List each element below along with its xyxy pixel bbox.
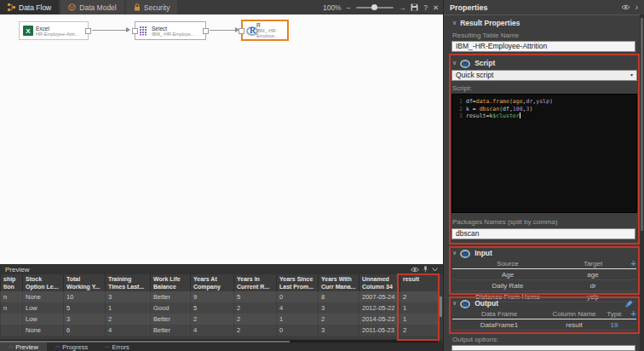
table-row[interactable]: nNone103Better95082007-05-242: [0, 291, 438, 302]
line-number: 3: [452, 112, 463, 120]
packages-input[interactable]: dbscan: [451, 228, 635, 239]
select-grid-icon: [139, 26, 149, 36]
add-output-button[interactable]: +: [631, 309, 636, 318]
properties-panel: Properties › ∨ Result Properties Resulti…: [443, 0, 644, 351]
table-cell: 9: [190, 291, 233, 302]
chevron-down-icon: ∨: [452, 250, 457, 256]
fit-view-button[interactable]: →: [399, 3, 406, 12]
close-button[interactable]: ✕: [433, 3, 439, 12]
tab-security[interactable]: Security: [126, 0, 178, 14]
column-header[interactable]: Years InCurrent R...: [233, 274, 276, 291]
connector-arrow-icon: [126, 27, 130, 32]
chevron-down-icon: ∨: [452, 60, 457, 66]
section-output[interactable]: ∨ R Output: [452, 299, 633, 308]
output-mapping-table: Data FrameColumn NameType+DataFrame1resu…: [452, 308, 636, 331]
script-mode-value: Quick script: [456, 71, 493, 80]
table-cell: n: [0, 302, 22, 314]
footer-tab-progress[interactable]: ◠ Progress: [47, 342, 96, 351]
collapse-panel-icon[interactable]: ›: [635, 3, 638, 12]
footer-tab-errors[interactable]: ◠ Errors: [96, 342, 138, 351]
tab-data-model[interactable]: Data Model: [60, 0, 124, 14]
table-row[interactable]: nLow51Good52432012-05-221: [0, 302, 438, 314]
properties-scrollbar-thumb[interactable]: [641, 18, 643, 231]
node-select[interactable]: Select IBM_-HR-Employe...: [135, 21, 206, 40]
input-mapping-row[interactable]: Ageage: [452, 269, 636, 280]
lock-icon: [134, 3, 141, 11]
r-logo-icon: R: [460, 249, 471, 257]
partial-table-row: [0, 336, 438, 339]
chevron-down-icon[interactable]: [432, 268, 438, 272]
zoom-slider-thumb[interactable]: [371, 4, 377, 10]
table-cell: 2: [105, 314, 150, 325]
script-code-editor[interactable]: 1df=data.frame(age,dr,yslp)2k = dbscan(d…: [451, 94, 637, 213]
section-title: Output: [474, 299, 498, 308]
footer-tab-preview[interactable]: ◠ Preview: [0, 342, 47, 351]
column-header[interactable]: Work LifeBalance: [150, 274, 190, 291]
table-cell: Low: [22, 314, 63, 325]
tab-arc-icon: ◠: [55, 344, 60, 350]
node-excel[interactable]: X Excel HR-Employee-Attri...: [19, 21, 89, 40]
section-result-properties[interactable]: ∨ Result Properties: [452, 19, 520, 27]
script-mode-select[interactable]: Quick script ▾: [451, 70, 637, 81]
save-icon[interactable]: [411, 3, 418, 11]
output-table-header: Data FrameColumn NameType+: [452, 308, 636, 319]
column-header[interactable]: UnnamedColumn 34: [359, 274, 400, 291]
preview-table[interactable]: shiptionStockOption Le...TotalWorking Y.…: [0, 274, 438, 339]
column-header[interactable]: Years AtCompany: [190, 274, 233, 291]
column-header[interactable]: Years WithCurr Mana...: [318, 274, 359, 291]
node-r-selected[interactable]: R R IBM_-HR-Employe...: [241, 20, 289, 41]
section-script[interactable]: ∨ R Script: [452, 59, 495, 67]
table-cell: 10: [63, 291, 105, 302]
input-port[interactable]: [132, 28, 138, 34]
column-header[interactable]: Years SinceLast Prom...: [276, 274, 318, 291]
pin-icon[interactable]: [423, 266, 428, 273]
eye-icon[interactable]: [621, 4, 630, 10]
node-text: Excel HR-Employee-Attri...: [36, 26, 78, 37]
zoom-slider[interactable]: [356, 7, 394, 9]
dataflow-canvas[interactable]: X Excel HR-Employee-Attri... Select IBM_…: [0, 14, 443, 264]
tab-data-flow[interactable]: Data Flow: [0, 0, 59, 14]
table-cell: 5: [190, 302, 233, 314]
output-port[interactable]: [85, 28, 91, 34]
table-cell: 3: [105, 291, 150, 302]
column-header[interactable]: TrainingTimes Last...: [105, 274, 150, 291]
column-name-value: result: [546, 321, 602, 329]
edit-brush-icon[interactable]: [625, 300, 633, 308]
section-title: Result Properties: [460, 19, 520, 27]
output-options-input[interactable]: [451, 345, 635, 351]
help-button[interactable]: ?: [423, 3, 428, 12]
column-header[interactable]: StockOption Le...: [22, 274, 63, 291]
input-mapping-row[interactable]: Daily Ratedr: [452, 280, 636, 291]
packages-label: Packages Names (split by comma): [452, 218, 558, 226]
section-input[interactable]: ∨ R Input: [452, 249, 492, 257]
input-port[interactable]: [239, 28, 244, 34]
properties-scrollbar[interactable]: [640, 14, 644, 351]
table-row[interactable]: Low32Better22122014-05-221: [0, 314, 438, 325]
column-header[interactable]: TotalWorking Y...: [63, 274, 105, 291]
node-subtitle: IBM_-HR-Employe...: [256, 28, 284, 38]
resulting-table-name-input[interactable]: IBM_-HR-Employee-Attrition: [451, 41, 635, 52]
script-label: Script:: [452, 84, 472, 92]
table-cell: 1: [105, 302, 150, 314]
output-port[interactable]: [203, 28, 209, 34]
table-cell: Good: [150, 302, 190, 314]
add-input-button[interactable]: +: [631, 259, 636, 268]
table-cell: Low: [22, 302, 63, 314]
connector-line: [210, 30, 237, 31]
tab-label: Data Model: [79, 3, 116, 12]
output-mapping-row[interactable]: DataFrame1result19: [452, 319, 636, 331]
resulting-table-name-label: Resulting Table Name: [452, 32, 519, 39]
table-cell: Better: [150, 291, 190, 302]
column-header[interactable]: shiption: [0, 274, 22, 291]
eye-icon[interactable]: [411, 267, 419, 273]
zoom-out-button[interactable]: −: [347, 3, 351, 12]
zoom-level: 100%: [323, 3, 342, 12]
r-logo-icon: R: [246, 26, 254, 36]
data-frame-value: DataFrame1: [452, 321, 546, 329]
tab-label: Security: [144, 3, 170, 12]
table-cell: 5: [233, 291, 276, 302]
table-row[interactable]: None64Better42032011-05-232: [0, 325, 438, 336]
table-cell: 1: [276, 314, 318, 325]
connector-line: [92, 30, 128, 31]
preview-title: Preview: [5, 266, 29, 273]
